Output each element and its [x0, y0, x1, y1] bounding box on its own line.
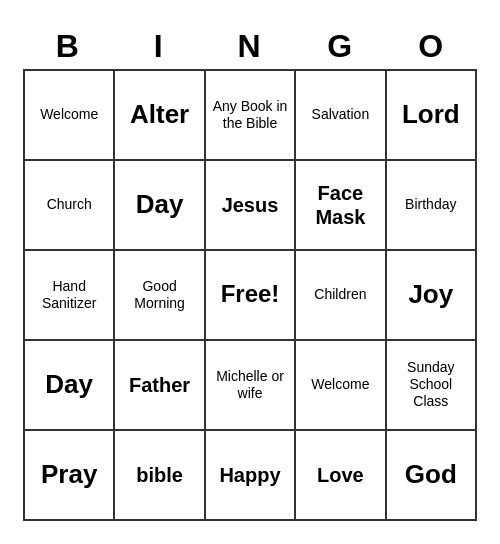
bingo-cell-15: Day [25, 341, 115, 431]
bingo-cell-20: Pray [25, 431, 115, 521]
cell-text-14: Joy [408, 279, 453, 310]
bingo-card: BINGO WelcomeAlterAny Book in the BibleS… [15, 16, 485, 529]
bingo-cell-17: Michelle or wife [206, 341, 296, 431]
cell-text-23: Love [317, 463, 364, 487]
bingo-cell-18: Welcome [296, 341, 386, 431]
bingo-cell-4: Lord [387, 71, 477, 161]
bingo-cell-2: Any Book in the Bible [206, 71, 296, 161]
bingo-cell-24: God [387, 431, 477, 521]
cell-text-7: Jesus [222, 193, 279, 217]
bingo-cell-1: Alter [115, 71, 205, 161]
cell-text-11: Good Morning [119, 278, 199, 312]
bingo-cell-23: Love [296, 431, 386, 521]
bingo-header: BINGO [23, 24, 477, 69]
cell-text-15: Day [45, 369, 93, 400]
bingo-cell-12: Free! [206, 251, 296, 341]
header-letter-n: N [205, 24, 296, 69]
bingo-cell-13: Children [296, 251, 386, 341]
bingo-cell-22: Happy [206, 431, 296, 521]
bingo-cell-5: Church [25, 161, 115, 251]
bingo-cell-6: Day [115, 161, 205, 251]
cell-text-6: Day [136, 189, 184, 220]
cell-text-12: Free! [221, 280, 280, 309]
bingo-cell-10: Hand Sanitizer [25, 251, 115, 341]
cell-text-19: Sunday School Class [391, 359, 471, 409]
cell-text-0: Welcome [40, 106, 98, 123]
cell-text-22: Happy [219, 463, 280, 487]
cell-text-16: Father [129, 373, 190, 397]
bingo-cell-7: Jesus [206, 161, 296, 251]
bingo-cell-11: Good Morning [115, 251, 205, 341]
bingo-cell-8: Face Mask [296, 161, 386, 251]
cell-text-24: God [405, 459, 457, 490]
bingo-cell-14: Joy [387, 251, 477, 341]
bingo-cell-3: Salvation [296, 71, 386, 161]
header-letter-b: B [23, 24, 114, 69]
cell-text-9: Birthday [405, 196, 456, 213]
bingo-grid: WelcomeAlterAny Book in the BibleSalvati… [23, 69, 477, 521]
header-letter-g: G [295, 24, 386, 69]
cell-text-5: Church [47, 196, 92, 213]
cell-text-17: Michelle or wife [210, 368, 290, 402]
header-letter-i: I [114, 24, 205, 69]
cell-text-21: bible [136, 463, 183, 487]
bingo-cell-21: bible [115, 431, 205, 521]
cell-text-3: Salvation [312, 106, 370, 123]
bingo-cell-16: Father [115, 341, 205, 431]
bingo-cell-9: Birthday [387, 161, 477, 251]
cell-text-8: Face Mask [300, 181, 380, 229]
cell-text-13: Children [314, 286, 366, 303]
header-letter-o: O [386, 24, 477, 69]
cell-text-4: Lord [402, 99, 460, 130]
cell-text-1: Alter [130, 99, 189, 130]
bingo-cell-0: Welcome [25, 71, 115, 161]
cell-text-18: Welcome [311, 376, 369, 393]
cell-text-2: Any Book in the Bible [210, 98, 290, 132]
bingo-cell-19: Sunday School Class [387, 341, 477, 431]
cell-text-10: Hand Sanitizer [29, 278, 109, 312]
cell-text-20: Pray [41, 459, 97, 490]
